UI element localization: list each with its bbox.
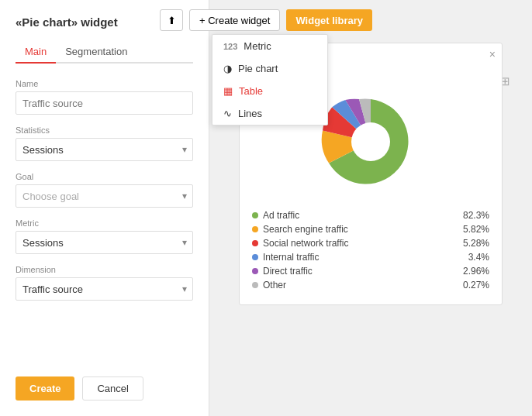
legend-label-search: Search engine traffic <box>263 224 348 235</box>
left-panel: «Pie chart» widget Main Segmentation Nam… <box>0 0 209 416</box>
legend-dot-internal <box>252 254 258 260</box>
name-input[interactable] <box>16 91 193 115</box>
legend-label-other: Other <box>263 280 286 291</box>
statistics-label: Statistics <box>16 125 193 135</box>
goal-label: Goal <box>16 172 193 181</box>
statistics-field-group: Statistics Sessions <box>16 125 193 161</box>
tab-main[interactable]: Main <box>16 41 56 64</box>
close-button[interactable]: × <box>489 48 496 60</box>
legend-item-social: Social network traffic 5.28% <box>252 236 489 250</box>
name-label: Name <box>16 79 193 88</box>
legend-dot-other <box>252 282 258 288</box>
legend-pct-social: 5.28% <box>463 238 489 249</box>
create-widget-dropdown: 123 Metric ◑ Pie chart ▦ Table ∿ Lines <box>212 34 328 125</box>
legend-label-ad: Ad traffic <box>263 210 299 221</box>
goal-select-wrapper: Choose goal <box>16 184 193 208</box>
legend-item-direct: Direct traffic 2.96% <box>252 264 489 278</box>
upload-button[interactable]: ⬆ <box>160 9 183 31</box>
pie-center <box>351 122 390 161</box>
pie-icon: ◑ <box>223 63 232 74</box>
table-icon: ▦ <box>223 85 233 97</box>
metric-select-wrapper: Sessions <box>16 231 193 254</box>
legend-dot-ad <box>252 212 258 218</box>
dropdown-item-lines[interactable]: ∿ Lines <box>212 102 327 125</box>
goal-field-group: Goal Choose goal <box>16 172 193 208</box>
dropdown-item-pie[interactable]: ◑ Pie chart <box>212 57 327 80</box>
cancel-button[interactable]: Cancel <box>82 376 143 401</box>
legend-pct-search: 5.82% <box>463 224 489 235</box>
create-button[interactable]: Create <box>16 376 74 401</box>
legend-pct-other: 0.27% <box>463 280 489 291</box>
lines-icon: ∿ <box>223 108 232 119</box>
legend-item-internal: Internal traffic 3.4% <box>252 250 489 264</box>
dropdown-item-lines-label: Lines <box>238 108 262 119</box>
legend-dot-search <box>252 226 258 232</box>
legend-label-social: Social network traffic <box>263 238 349 249</box>
panel-tabs: Main Segmentation <box>16 41 193 64</box>
statistics-select-wrapper: Sessions <box>16 138 193 161</box>
legend: Ad traffic 82.3% Search engine traffic 5… <box>252 208 489 292</box>
toolbar: ⬆ + Create widget Widget library <box>160 9 372 31</box>
upload-icon: ⬆ <box>168 15 176 26</box>
name-field-group: Name <box>16 79 193 115</box>
dropdown-item-metric-label: Metric <box>244 40 271 52</box>
dimension-label: Dimension <box>16 265 193 274</box>
dropdown-item-table[interactable]: ▦ Table <box>212 80 327 102</box>
dropdown-item-table-label: Table <box>239 85 263 97</box>
metric-label: Metric <box>16 218 193 228</box>
metric-select[interactable]: Sessions <box>16 231 193 254</box>
statistics-select[interactable]: Sessions <box>16 138 193 161</box>
legend-pct-internal: 3.4% <box>468 252 489 263</box>
metric-field-group: Metric Sessions <box>16 218 193 254</box>
dropdown-item-pie-label: Pie chart <box>238 63 278 74</box>
dimension-select[interactable]: Traffic source <box>16 277 193 301</box>
tab-segmentation[interactable]: Segmentation <box>56 41 136 64</box>
widget-library-button[interactable]: Widget library <box>286 9 372 31</box>
legend-item-other: Other 0.27% <box>252 278 489 292</box>
legend-item-search: Search engine traffic 5.82% <box>252 222 489 236</box>
legend-pct-direct: 2.96% <box>463 266 489 277</box>
form-buttons: Create Cancel <box>16 376 143 401</box>
legend-pct-ad: 82.3% <box>463 210 489 221</box>
metric-icon: 123 <box>223 42 237 51</box>
dimension-select-wrapper: Traffic source <box>16 277 193 301</box>
legend-dot-social <box>252 240 258 246</box>
create-widget-button[interactable]: + Create widget <box>189 9 280 31</box>
dimension-field-group: Dimension Traffic source <box>16 265 193 301</box>
legend-label-internal: Internal traffic <box>263 252 319 263</box>
dropdown-item-metric[interactable]: 123 Metric <box>212 35 327 57</box>
legend-dot-direct <box>252 268 258 274</box>
create-widget-label: + Create widget <box>199 15 270 26</box>
legend-label-direct: Direct traffic <box>263 266 313 277</box>
goal-select[interactable]: Choose goal <box>16 184 193 208</box>
legend-item-ad: Ad traffic 82.3% <box>252 208 489 222</box>
